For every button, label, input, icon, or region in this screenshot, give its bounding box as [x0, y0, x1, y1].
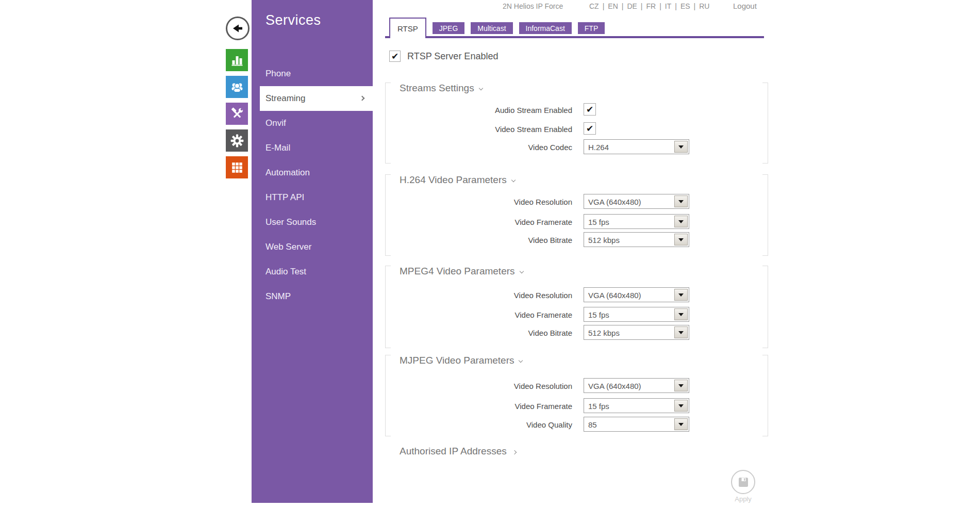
lang-cz[interactable]: CZ	[589, 2, 599, 10]
sidebar-item-email[interactable]: E-Mail	[252, 136, 373, 160]
field-label: Video Quality	[385, 420, 572, 429]
sidebar-item-http-api[interactable]: HTTP API	[252, 185, 373, 210]
tab-informacast[interactable]: InformaCast	[519, 22, 572, 34]
sidebar-item-label: Onvif	[265, 118, 286, 128]
lang-it[interactable]: IT	[665, 2, 671, 10]
section-title[interactable]: H.264 Video Parameters	[400, 174, 515, 186]
dropdown-arrow-icon[interactable]	[674, 308, 688, 320]
field-label: Video Framerate	[385, 310, 572, 319]
select-value: 85	[588, 420, 597, 429]
select-value: VGA (640x480)	[588, 290, 641, 299]
language-bar: CZ| EN| DE| FR| IT| ES| RU	[589, 2, 709, 10]
section-authorised-ip-addresses[interactable]: Authorised IP Addresses	[385, 446, 516, 457]
section-title[interactable]: MPEG4 Video Parameters	[400, 266, 523, 277]
lang-separator: |	[659, 2, 661, 10]
mjpeg-video-resolution-select[interactable]: VGA (640x480)	[584, 378, 689, 393]
chevron-right-icon	[512, 450, 516, 454]
mpeg4-video-resolution-select[interactable]: VGA (640x480)	[584, 287, 689, 302]
dropdown-arrow-icon[interactable]	[674, 195, 688, 207]
users-icon	[230, 80, 244, 94]
section-mjpeg-video-parameters: MJPEG Video Parameters Video Resolution …	[385, 355, 768, 436]
back-button[interactable]	[226, 17, 250, 40]
save-disk-icon	[738, 477, 749, 488]
field-row: Video Resolution VGA (640x480)	[385, 378, 768, 393]
field-row: Video Bitrate 512 kbps	[385, 232, 768, 247]
lang-ru[interactable]: RU	[699, 2, 709, 10]
select-value: 15 fps	[588, 310, 609, 319]
field-row: Video Framerate 15 fps	[385, 398, 768, 413]
hardware-tile[interactable]	[226, 103, 248, 125]
logout-link[interactable]: Logout	[733, 2, 757, 10]
device-name: 2N Helios IP Force	[503, 2, 563, 10]
dropdown-arrow-icon[interactable]	[674, 418, 688, 430]
checkmark-icon: ✔	[586, 123, 593, 134]
sidebar-item-automation[interactable]: Automation	[252, 160, 373, 185]
field-label: Audio Stream Enabled	[385, 105, 572, 114]
lang-es[interactable]: ES	[680, 2, 690, 10]
section-h264-video-parameters: H.264 Video Parameters Video Resolution …	[385, 174, 768, 256]
audio-stream-enabled-checkbox[interactable]: ✔	[584, 103, 596, 116]
sidebar-menu: Phone Streaming Onvif E-Mail Automation …	[252, 61, 373, 309]
sidebar-item-phone[interactable]: Phone	[252, 61, 373, 86]
tools-icon	[230, 107, 244, 121]
system-tile[interactable]	[226, 129, 248, 152]
tab-jpeg[interactable]: JPEG	[433, 22, 465, 34]
mpeg4-video-bitrate-select[interactable]: 512 kbps	[584, 325, 689, 340]
sidebar-item-label: Web Server	[265, 242, 311, 252]
directory-tile[interactable]	[226, 76, 248, 98]
sidebar-item-label: Audio Test	[265, 267, 306, 276]
field-row: Audio Stream Enabled ✔	[385, 102, 768, 117]
sidebar-item-label: E-Mail	[265, 143, 290, 153]
sidebar-item-onvif[interactable]: Onvif	[252, 111, 373, 136]
select-value: 512 kbps	[588, 235, 620, 244]
sidebar-item-audio-test[interactable]: Audio Test	[252, 259, 373, 284]
sidebar-item-label: User Sounds	[265, 217, 316, 227]
status-tile[interactable]	[226, 49, 248, 71]
field-row: Video Resolution VGA (640x480)	[385, 194, 768, 209]
h264-video-resolution-select[interactable]: VGA (640x480)	[584, 194, 689, 209]
field-row: Video Framerate 15 fps	[385, 214, 768, 229]
dropdown-arrow-icon[interactable]	[674, 234, 688, 246]
lang-fr[interactable]: FR	[646, 2, 656, 10]
field-label: Video Resolution	[385, 290, 572, 299]
field-label: Video Bitrate	[385, 235, 572, 244]
field-label: Video Codec	[385, 142, 572, 151]
dropdown-arrow-icon[interactable]	[674, 141, 688, 153]
dropdown-arrow-icon[interactable]	[674, 289, 688, 301]
dropdown-arrow-icon[interactable]	[674, 400, 688, 412]
field-row: Video Quality 85	[385, 417, 768, 432]
rtsp-server-enabled-row: ✔ RTSP Server Enabled	[389, 51, 498, 62]
mjpeg-video-quality-select[interactable]: 85	[584, 417, 689, 432]
sidebar-item-snmp[interactable]: SNMP	[252, 284, 373, 309]
section-title[interactable]: Streams Settings	[400, 83, 483, 94]
chevron-down-icon	[478, 86, 483, 90]
rtsp-server-enabled-checkbox[interactable]: ✔	[389, 51, 401, 62]
video-stream-enabled-checkbox[interactable]: ✔	[584, 122, 596, 135]
section-title[interactable]: MJPEG Video Parameters	[400, 355, 522, 366]
lang-separator: |	[675, 2, 677, 10]
mjpeg-video-framerate-select[interactable]: 15 fps	[584, 398, 689, 413]
tab-rtsp[interactable]: RTSP	[389, 18, 426, 38]
field-row: Video Resolution VGA (640x480)	[385, 287, 768, 302]
select-value: VGA (640x480)	[588, 197, 641, 206]
tab-multicast[interactable]: Multicast	[471, 22, 512, 34]
mpeg4-video-framerate-select[interactable]: 15 fps	[584, 307, 689, 322]
sidebar-item-web-server[interactable]: Web Server	[252, 235, 373, 259]
dropdown-arrow-icon[interactable]	[674, 380, 688, 391]
video-codec-select[interactable]: H.264	[584, 139, 689, 154]
dropdown-arrow-icon[interactable]	[674, 326, 688, 338]
bar-chart-icon	[230, 54, 244, 67]
services-tile[interactable]	[226, 156, 248, 178]
lang-de[interactable]: DE	[627, 2, 637, 10]
apply-button[interactable]	[731, 470, 755, 494]
tab-ftp[interactable]: FTP	[578, 22, 605, 34]
lang-en[interactable]: EN	[608, 2, 618, 10]
h264-video-bitrate-select[interactable]: 512 kbps	[584, 232, 689, 247]
sidebar-item-user-sounds[interactable]: User Sounds	[252, 210, 373, 235]
lang-separator: |	[622, 2, 624, 10]
h264-video-framerate-select[interactable]: 15 fps	[584, 214, 689, 229]
dropdown-arrow-icon[interactable]	[674, 216, 688, 227]
sidebar-item-label: Streaming	[265, 93, 305, 103]
sidebar-item-label: Automation	[265, 168, 310, 177]
sidebar-item-streaming[interactable]: Streaming	[260, 86, 373, 111]
